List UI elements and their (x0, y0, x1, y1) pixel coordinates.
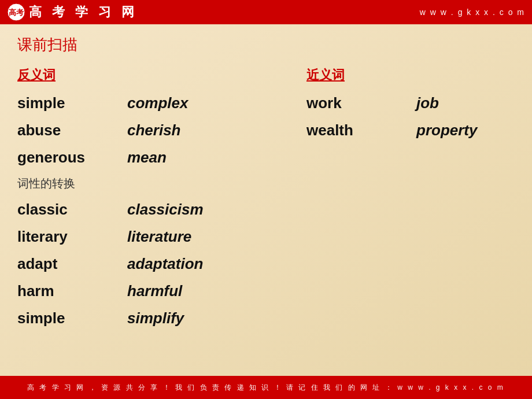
header-title: 高 考 学 习 网 (29, 3, 138, 21)
antonym-right-0: complex (127, 94, 189, 112)
pos-left-3: harm (17, 282, 93, 300)
footer: 高 考 学 习 网 ， 资 源 共 分 享 ！ 我 们 负 责 传 递 知 识 … (0, 376, 532, 399)
synonym-left-0: work (306, 94, 382, 112)
page-title: 课前扫描 (17, 35, 515, 55)
pos-row-0: classic classicism (17, 201, 283, 219)
pos-section: 词性的转换 classic classicism literary litera… (17, 176, 283, 327)
synonym-right-1: property (416, 121, 477, 139)
footer-text: 高 考 学 习 网 ， 资 源 共 分 享 ！ 我 们 负 责 传 递 知 识 … (27, 383, 505, 393)
antonym-left-2: generous (17, 149, 93, 167)
header-logo: 高考 高 考 学 习 网 (7, 3, 138, 21)
pos-right-1: literature (127, 228, 191, 246)
pos-left-4: simple (17, 309, 93, 327)
antonym-left-1: abuse (17, 121, 93, 139)
antonym-row-1: abuse cherish (17, 121, 283, 139)
antonyms-section: 反义词 simple complex abuse cherish generou… (17, 66, 283, 167)
antonym-left-0: simple (17, 94, 93, 112)
pos-row-3: harm harmful (17, 282, 283, 300)
synonym-right-0: job (416, 94, 439, 112)
pos-right-0: classicism (127, 201, 204, 219)
pos-right-2: adaptation (127, 255, 203, 273)
pos-left-2: adapt (17, 255, 93, 273)
content-area: 反义词 simple complex abuse cherish generou… (17, 66, 515, 337)
pos-row-4: simple simplify (17, 309, 283, 327)
pos-right-4: simplify (127, 309, 184, 327)
synonym-row-1: wealth property (306, 121, 515, 139)
svg-text:高考: 高考 (9, 8, 24, 17)
pos-left-0: classic (17, 201, 93, 219)
logo-icon: 高考 (7, 3, 25, 21)
antonym-right-2: mean (127, 149, 167, 167)
pos-title: 词性的转换 (17, 176, 283, 191)
left-column: 反义词 simple complex abuse cherish generou… (17, 66, 283, 337)
main-content: 课前扫描 反义词 simple complex abuse cherish ge… (0, 24, 532, 376)
pos-row-2: adapt adaptation (17, 255, 283, 273)
antonym-right-1: cherish (127, 121, 181, 139)
antonyms-title: 反义词 (17, 66, 283, 84)
header: 高考 高 考 学 习 网 w w w . g k x x . c o m (0, 0, 532, 24)
right-column: 近义词 work job wealth property (283, 66, 515, 337)
synonym-row-0: work job (306, 94, 515, 112)
header-url: w w w . g k x x . c o m (420, 8, 525, 17)
synonyms-title: 近义词 (306, 66, 515, 84)
pos-row-1: literary literature (17, 228, 283, 246)
pos-left-1: literary (17, 228, 93, 246)
antonym-row-0: simple complex (17, 94, 283, 112)
synonym-left-1: wealth (306, 121, 382, 139)
antonym-row-2: generous mean (17, 149, 283, 167)
pos-right-3: harmful (127, 282, 182, 300)
